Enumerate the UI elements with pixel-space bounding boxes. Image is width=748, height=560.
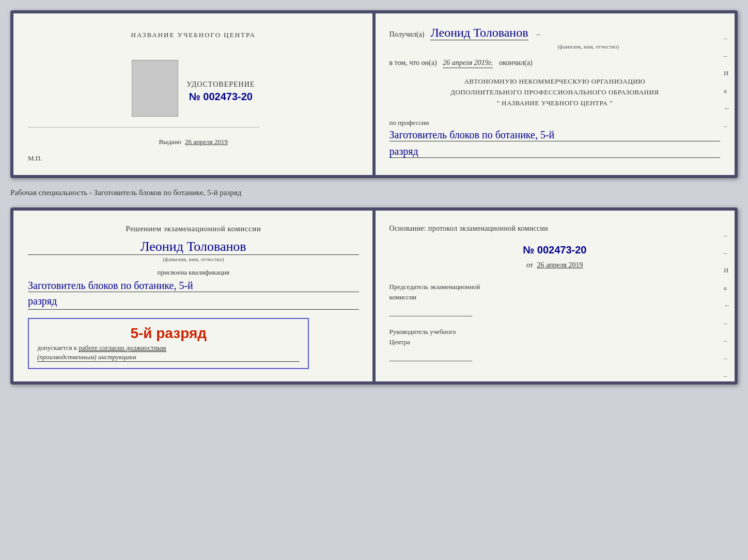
protocol-number: № 002473-20 <box>389 244 721 256</box>
dash-separator: – <box>537 30 540 38</box>
top-doc-left: НАЗВАНИЕ УЧЕБНОГО ЦЕНТРА УДОСТОВЕРЕНИЕ №… <box>13 13 375 175</box>
cert-number-prefix: № <box>189 91 200 102</box>
stamp-rank: 5-й разряд <box>37 325 300 342</box>
director-label-line2: Центра <box>389 337 721 347</box>
director-label: Руководитель учебного Центра <box>389 327 721 347</box>
fio-label-bottom: (фамилия, имя, отчество) <box>28 256 359 262</box>
cert-number-value: 002473-20 <box>203 91 253 102</box>
bottom-right-side-marks: – – И а ← – – – – <box>724 231 730 380</box>
photo-area <box>132 60 178 117</box>
director-block: Руководитель учебного Центра <box>389 327 721 361</box>
issued-label: Выдано <box>159 138 181 146</box>
issued-date: 26 апреля 2019 <box>185 138 228 146</box>
bottom-doc-left: Решением экзаменационной комиссии Леонид… <box>13 211 375 381</box>
protocol-date: от 26 апреля 2019 <box>389 261 721 269</box>
bottom-document: Решением экзаменационной комиссии Леонид… <box>10 207 738 385</box>
org-line2: ДОПОЛНИТЕЛЬНОГО ПРОФЕССИОНАЛЬНОГО ОБРАЗО… <box>389 87 721 98</box>
date-prefix: в том, что он(а) <box>389 59 437 67</box>
recipient-name: Леонид Толованов <box>430 26 528 40</box>
middle-label: Рабочая специальность - Заготовитель бло… <box>10 186 738 199</box>
page-wrapper: НАЗВАНИЕ УЧЕБНОГО ЦЕНТРА УДОСТОВЕРЕНИЕ №… <box>10 10 738 385</box>
org-line3: " НАЗВАНИЕ УЧЕБНОГО ЦЕНТРА " <box>389 98 721 109</box>
qualification-assigned: присвоена квалификация <box>28 268 359 277</box>
chairman-label: Председатель экзаменационной комиссии <box>389 282 721 302</box>
fio-label-top: (фамилия, имя, отчество) <box>457 43 721 50</box>
director-signature-line <box>389 349 472 361</box>
protocol-date-prefix: от <box>526 261 533 269</box>
profession-large: Заготовитель блоков по ботанике, 5-й <box>28 280 359 292</box>
bottom-doc-right: Основание: протокол экзаменационной коми… <box>375 211 735 381</box>
stamp-box: 5-й разряд допускается к работе согласно… <box>28 318 309 369</box>
certificate-number: № 002473-20 <box>186 91 255 103</box>
chairman-label-line1: Председатель экзаменационной <box>389 282 721 292</box>
right-side-marks: – – И а ← – <box>724 34 730 130</box>
training-center-label: НАЗВАНИЕ УЧЕБНОГО ЦЕНТРА <box>131 31 256 39</box>
org-line1: АВТОНОМНУЮ НЕКОММЕРЧЕСКУЮ ОРГАНИЗАЦИЮ <box>389 76 721 87</box>
rank-value-top: разряд <box>389 146 721 158</box>
protocol-number-value: 002473-20 <box>537 244 587 255</box>
chairman-label-line2: комиссии <box>389 292 721 302</box>
chairman-block: Председатель экзаменационной комиссии <box>389 282 721 316</box>
rank-large: разряд <box>28 295 359 310</box>
top-doc-right: Получил(а) Леонид Толованов – (фамилия, … <box>375 13 735 175</box>
recipient-prefix: Получил(а) <box>389 30 425 38</box>
certificate-section: УДОСТОВЕРЕНИЕ № 002473-20 <box>186 81 255 103</box>
issued-line: Выдано 26 апреля 2019 <box>159 138 228 146</box>
date-suffix: окончил(а) <box>499 59 533 67</box>
date-line: в том, что он(а) 26 апреля 2019г. окончи… <box>389 59 721 67</box>
mp-label: М.П. <box>28 154 42 163</box>
stamp-allowed: допускается к работе согласно должностны… <box>37 344 300 352</box>
protocol-number-prefix: № <box>523 244 534 255</box>
certificate-title: УДОСТОВЕРЕНИЕ <box>186 81 255 89</box>
basis-heading: Основание: протокол экзаменационной коми… <box>389 223 721 234</box>
chairman-signature-line <box>389 304 472 316</box>
person-name-large: Леонид Толованов <box>28 239 359 255</box>
stamp-allowed-prefix: допускается к <box>37 344 77 351</box>
stamp-allowed-text: работе согласно должностным <box>79 344 166 352</box>
director-label-line1: Руководитель учебного <box>389 327 721 337</box>
profession-label-top: по профессии <box>389 119 721 127</box>
stamp-allowed-italic: (производственным) инструкциям <box>37 353 300 362</box>
profession-value-top: Заготовитель блоков по ботанике, 5-й <box>389 129 721 141</box>
commission-heading: Решением экзаменационной комиссии <box>28 223 359 235</box>
org-block: АВТОНОМНУЮ НЕКОММЕРЧЕСКУЮ ОРГАНИЗАЦИЮ ДО… <box>389 76 721 108</box>
top-document: НАЗВАНИЕ УЧЕБНОГО ЦЕНТРА УДОСТОВЕРЕНИЕ №… <box>10 10 738 178</box>
date-value: 26 апреля 2019г. <box>443 59 493 68</box>
protocol-date-value: 26 апреля 2019 <box>537 261 583 269</box>
